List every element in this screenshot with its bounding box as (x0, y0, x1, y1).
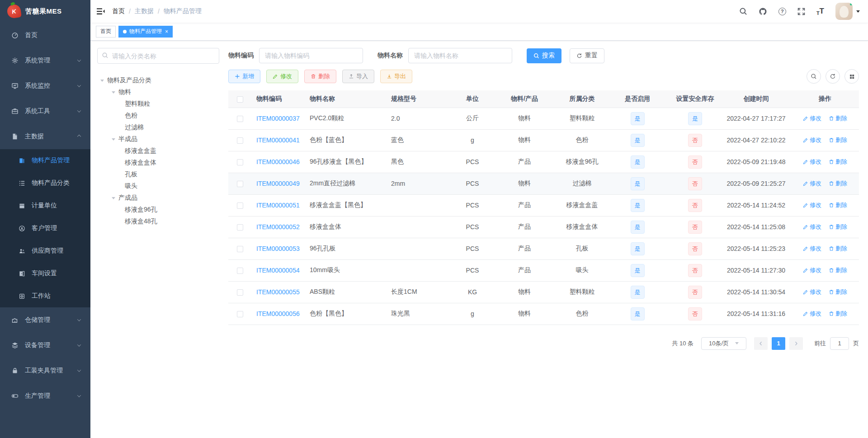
edit-button[interactable]: 修改 (266, 70, 298, 83)
tree-node[interactable]: 色粉 (97, 110, 219, 122)
sidebar-item-material-manage[interactable]: 物料产品管理 (0, 149, 90, 172)
row-delete-button[interactable]: 删除 (829, 310, 847, 318)
page-number-1[interactable]: 1 (772, 337, 785, 350)
material-code-link[interactable]: ITEM00000056 (256, 310, 300, 317)
sidebar-item-system-manage[interactable]: 系统管理 (0, 48, 90, 73)
row-delete-button[interactable]: 删除 (829, 158, 847, 166)
sidebar-item-master-data[interactable]: 主数据 (0, 124, 90, 149)
row-edit-button[interactable]: 修改 (803, 158, 821, 166)
tree-node[interactable]: 物料及产品分类 (97, 75, 219, 86)
row-checkbox[interactable] (237, 159, 243, 165)
sidebar-item-system-tools[interactable]: 系统工具 (0, 99, 90, 124)
tab-material-manage[interactable]: 物料产品管理 × (118, 26, 173, 38)
row-edit-button[interactable]: 修改 (803, 179, 821, 188)
help-icon[interactable]: ? (778, 8, 786, 15)
breadcrumb-item[interactable]: 主数据 (135, 7, 154, 15)
row-checkbox[interactable] (237, 311, 243, 317)
row-edit-button[interactable]: 修改 (803, 310, 821, 318)
material-code-link[interactable]: ITEM00000052 (256, 223, 300, 231)
tree-node[interactable]: 过滤棉 (97, 122, 219, 133)
tree-node[interactable]: 孔板 (97, 169, 219, 180)
row-edit-button[interactable]: 修改 (803, 114, 821, 122)
row-delete-button[interactable]: 删除 (829, 245, 847, 253)
goto-page-input[interactable] (830, 337, 849, 350)
tree-expand-icon[interactable] (100, 80, 104, 84)
material-code-link[interactable]: ITEM00000037 (256, 115, 300, 122)
select-all-checkbox[interactable] (237, 96, 243, 103)
row-checkbox[interactable] (237, 203, 243, 209)
row-delete-button[interactable]: 删除 (829, 179, 847, 188)
sidebar-item-warehouse[interactable]: 仓储管理 (0, 307, 90, 333)
sidebar-item-production[interactable]: 生产管理 (0, 383, 90, 409)
material-code-link[interactable]: ITEM00000049 (256, 180, 300, 187)
user-menu[interactable] (835, 3, 860, 20)
material-name-input[interactable] (408, 48, 512, 63)
tree-node[interactable]: 物料 (97, 86, 219, 98)
row-edit-button[interactable]: 修改 (803, 245, 821, 253)
row-checkbox[interactable] (237, 116, 243, 122)
font-size-icon[interactable]: TT (816, 7, 824, 16)
toggle-search-icon[interactable] (807, 69, 821, 84)
tree-node[interactable]: 塑料颗粒 (97, 98, 219, 110)
tree-node[interactable]: 移液盒96孔 (97, 204, 219, 216)
row-delete-button[interactable]: 删除 (829, 201, 847, 209)
sidebar-item-workshop-settings[interactable]: 车间设置 (0, 262, 90, 285)
tree-expand-icon[interactable] (112, 138, 115, 142)
row-checkbox[interactable] (237, 246, 243, 252)
material-code-link[interactable]: ITEM00000041 (256, 137, 300, 144)
sidebar-item-equipment[interactable]: 设备管理 (0, 333, 90, 358)
prev-page-button[interactable] (754, 337, 768, 350)
tree-node[interactable]: 移液盒盒盖 (97, 145, 219, 157)
row-delete-button[interactable]: 删除 (829, 288, 847, 296)
add-button[interactable]: 新增 (228, 70, 260, 83)
row-edit-button[interactable]: 修改 (803, 136, 821, 144)
search-button[interactable]: 搜索 (527, 48, 561, 63)
sidebar-item-fixtures[interactable]: 工装夹具管理 (0, 358, 90, 383)
tree-node[interactable]: 移液盒盒体 (97, 157, 219, 169)
row-delete-button[interactable]: 删除 (829, 136, 847, 144)
row-edit-button[interactable]: 修改 (803, 266, 821, 274)
sidebar-item-supplier-manage[interactable]: 供应商管理 (0, 240, 90, 262)
material-code-link[interactable]: ITEM00000055 (256, 288, 300, 296)
page-size-select[interactable]: 10条/页 (701, 337, 746, 350)
row-edit-button[interactable]: 修改 (803, 223, 821, 231)
row-checkbox[interactable] (237, 137, 243, 144)
row-delete-button[interactable]: 删除 (829, 223, 847, 231)
breadcrumb-item[interactable]: 首页 (112, 7, 125, 15)
fullscreen-icon[interactable] (797, 8, 805, 15)
export-button[interactable]: 导出 (380, 70, 412, 83)
close-icon[interactable]: × (165, 29, 168, 34)
sidebar-fold-icon[interactable] (97, 8, 105, 15)
sidebar-item-system-monitor[interactable]: 系统监控 (0, 73, 90, 99)
sidebar-item-measure-unit[interactable]: 计量单位 (0, 194, 90, 217)
refresh-icon[interactable] (826, 69, 840, 84)
sidebar-item-material-category[interactable]: 物料产品分类 (0, 172, 90, 194)
tree-expand-icon[interactable] (112, 91, 115, 95)
reset-button[interactable]: 重置 (570, 48, 604, 63)
row-edit-button[interactable]: 修改 (803, 288, 821, 296)
tree-node[interactable]: 产成品 (97, 192, 219, 204)
material-code-link[interactable]: ITEM00000054 (256, 267, 300, 274)
row-checkbox[interactable] (237, 268, 243, 274)
tree-node[interactable]: 移液盒48孔 (97, 216, 219, 227)
sidebar-item-home[interactable]: 首页 (0, 23, 90, 48)
import-button[interactable]: 导入 (342, 70, 374, 83)
github-icon[interactable] (759, 7, 767, 16)
tree-expand-icon[interactable] (112, 197, 115, 201)
material-code-input[interactable] (259, 48, 363, 63)
row-checkbox[interactable] (237, 289, 243, 296)
search-icon[interactable] (739, 7, 747, 15)
row-checkbox[interactable] (237, 224, 243, 231)
avatar[interactable] (835, 3, 853, 20)
tree-node[interactable]: 吸头 (97, 180, 219, 192)
columns-grid-icon[interactable] (844, 69, 859, 84)
tab-home[interactable]: 首页 (96, 26, 116, 38)
next-page-button[interactable] (789, 337, 803, 350)
delete-button[interactable]: 删除 (304, 70, 336, 83)
material-code-link[interactable]: ITEM00000051 (256, 202, 300, 209)
row-delete-button[interactable]: 删除 (829, 266, 847, 274)
sidebar-item-customer-manage[interactable]: 客户管理 (0, 217, 90, 240)
row-delete-button[interactable]: 删除 (829, 114, 847, 122)
row-checkbox[interactable] (237, 181, 243, 187)
row-edit-button[interactable]: 修改 (803, 201, 821, 209)
